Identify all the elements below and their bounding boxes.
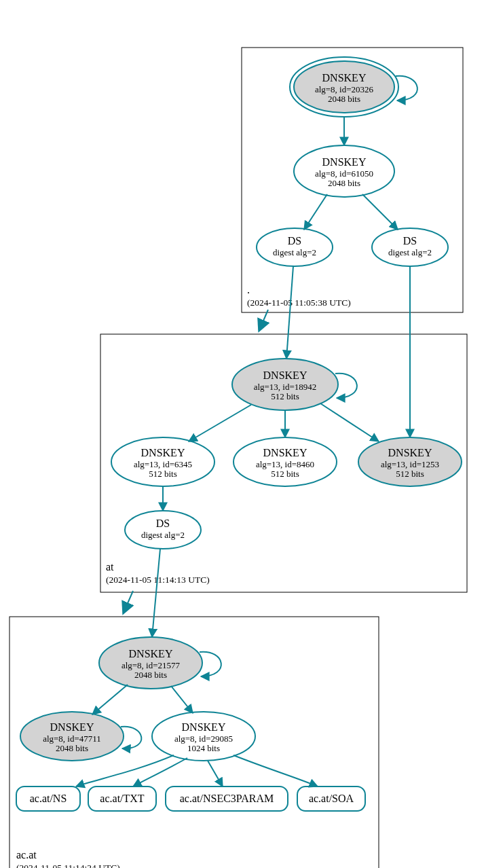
node-line2: alg=8, id=20326 [315,84,374,94]
node-at-dnskey-1253: DNSKEY alg=13, id=1253 512 bits [358,437,462,486]
node-line2: alg=13, id=18942 [254,382,317,392]
node-title: DNSKEY [50,721,94,733]
rr-label: ac.at/SOA [309,793,354,804]
node-title: DS [156,518,170,529]
node-title: DS [403,235,417,247]
node-line2: alg=8, id=61050 [315,168,373,179]
node-line3: 512 bits [396,469,424,479]
node-line3: 2048 bits [56,743,88,753]
node-line3: 2048 bits [134,670,167,680]
node-line2: digest alg=2 [273,247,316,257]
edge-29085-to-soa [233,755,318,786]
node-line3: 2048 bits [328,178,360,188]
node-line2: alg=13, id=1253 [381,459,439,469]
node-root-dnskey-61050: DNSKEY alg=8, id=61050 2048 bits [294,145,394,197]
node-acat-dnskey-47711: DNSKEY alg=8, id=47711 2048 bits [20,712,141,761]
node-title: DNSKEY [263,447,307,458]
node-acat-dnskey-21577: DNSKEY alg=8, id=21577 2048 bits [99,637,221,689]
node-title: DNSKEY [263,369,307,381]
node-title: DNSKEY [322,156,367,168]
node-title: DNSKEY [182,721,226,733]
edge-acat-ksk-to-29085 [171,686,193,713]
node-line2: alg=13, id=8460 [256,459,314,469]
node-title: DNSKEY [388,447,432,458]
rr-soa: ac.at/SOA [297,786,365,811]
node-line3: 512 bits [149,469,177,479]
node-root-ds-right: DS digest alg=2 [372,228,448,266]
node-line3: 1024 bits [187,743,220,753]
node-line3: 2048 bits [328,94,360,104]
edge-root-zsk-to-ds-right [362,194,398,230]
node-at-dnskey-6345: DNSKEY alg=13, id=6345 512 bits [111,437,214,486]
node-at-dnskey-8460: DNSKEY alg=13, id=8460 512 bits [233,437,337,486]
node-at-dnskey-18942: DNSKEY alg=13, id=18942 512 bits [232,359,357,410]
edge-root-zsk-to-ds-left [304,194,327,230]
node-line3: 512 bits [271,469,299,479]
zone-root-ts: (2024-11-05 11:05:38 UTC) [247,297,351,308]
edge-acat-ksk-to-47711 [92,685,128,715]
rr-txt: ac.at/TXT [88,786,156,811]
rr-label: ac.at/NSEC3PARAM [180,793,274,804]
node-line3: 512 bits [271,391,299,401]
zone-acat-ts: (2024-11-05 11:14:24 UTC) [16,863,120,868]
rr-label: ac.at/NS [30,793,67,804]
zone-acat-label: ac.at [16,849,37,861]
edge-29085-to-nsec3param [208,761,223,786]
rr-nsec3param: ac.at/NSEC3PARAM [166,786,288,811]
node-line2: digest alg=2 [388,247,432,257]
zone-at-label: at [106,561,114,573]
node-title: DNSKEY [141,447,185,458]
node-title: DS [288,235,301,247]
node-at-ds: DS digest alg=2 [125,511,201,549]
rr-label: ac.at/TXT [100,793,145,804]
node-line2: alg=13, id=6345 [134,459,192,469]
edge-at-ksk-to-6345 [189,405,251,441]
edge-delegation-at-to-acat [124,591,133,613]
node-line2: alg=8, id=21577 [122,660,181,670]
rr-ns: ac.at/NS [16,786,80,811]
node-root-dnskey-20326: DNSKEY alg=8, id=20326 2048 bits [290,57,417,117]
node-title: DNSKEY [129,648,173,659]
node-line2: digest alg=2 [141,530,185,540]
edge-29085-to-ns [76,755,174,786]
edge-at-ds-to-acat-ksk [152,549,160,637]
edge-29085-to-txt [133,758,187,786]
node-title: DNSKEY [322,72,367,84]
node-line2: alg=8, id=29085 [174,734,233,744]
node-acat-dnskey-29085: DNSKEY alg=8, id=29085 1024 bits [152,712,255,761]
zone-root-label: . [247,284,250,295]
node-root-ds-left: DS digest alg=2 [257,228,333,266]
node-line2: alg=8, id=47711 [43,734,101,744]
edge-at-ksk-to-1253 [320,403,379,441]
